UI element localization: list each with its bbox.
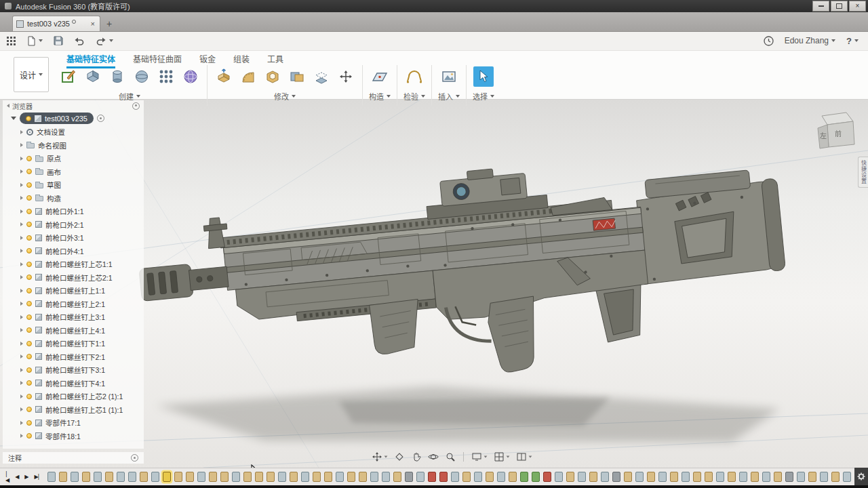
timeline-feature-47[interactable] bbox=[589, 472, 597, 482]
tab-close-icon[interactable]: × bbox=[90, 20, 96, 28]
extrude-button[interactable] bbox=[83, 66, 103, 87]
timeline-feature-35[interactable] bbox=[451, 472, 459, 482]
visibility-bulb-icon[interactable] bbox=[26, 248, 32, 253]
timeline-feature-19[interactable] bbox=[267, 472, 275, 482]
timeline-feature-3[interactable] bbox=[82, 472, 90, 482]
visibility-bulb-icon[interactable] bbox=[26, 274, 32, 280]
timeline-feature-36[interactable] bbox=[462, 472, 471, 482]
timeline-feature-42[interactable] bbox=[532, 472, 540, 482]
expand-arrow-icon[interactable] bbox=[20, 407, 23, 411]
expand-arrow-icon[interactable] bbox=[20, 249, 23, 253]
timeline-feature-58[interactable] bbox=[716, 472, 724, 482]
timeline-feature-33[interactable] bbox=[428, 472, 436, 482]
visibility-bulb-icon[interactable] bbox=[26, 433, 32, 439]
visibility-bulb-icon[interactable] bbox=[26, 169, 32, 174]
timeline-feature-26[interactable] bbox=[347, 472, 355, 482]
timeline-control-2[interactable]: ▶ bbox=[22, 472, 30, 481]
timeline-feature-45[interactable] bbox=[566, 472, 574, 482]
comments-options-icon[interactable] bbox=[131, 454, 138, 462]
timeline-feature-53[interactable] bbox=[658, 472, 667, 482]
timeline-feature-25[interactable] bbox=[336, 472, 344, 482]
visibility-bulb-icon[interactable] bbox=[26, 116, 31, 121]
timeline-control-3[interactable]: ▶| bbox=[32, 472, 41, 481]
expand-arrow-icon[interactable] bbox=[20, 368, 23, 372]
browser-item[interactable]: 原点 bbox=[3, 152, 144, 165]
expand-arrow-icon[interactable] bbox=[20, 302, 23, 306]
activate-component-icon[interactable] bbox=[97, 115, 104, 122]
timeline-feature-9[interactable] bbox=[151, 472, 159, 482]
browser-item[interactable]: 草图 bbox=[3, 178, 144, 192]
expand-arrow-icon[interactable] bbox=[20, 381, 23, 385]
timeline-feature-52[interactable] bbox=[647, 472, 655, 482]
browser-item[interactable]: 前枪口外2:1 bbox=[3, 218, 144, 232]
visibility-bulb-icon[interactable] bbox=[26, 182, 32, 188]
new-tab-button[interactable]: + bbox=[103, 17, 115, 30]
right-panel-tab[interactable]: 快捷设置 bbox=[858, 157, 868, 188]
browser-item[interactable]: 前枪口螺丝钉下2:1 bbox=[3, 350, 144, 364]
visibility-bulb-icon[interactable] bbox=[26, 341, 32, 346]
timeline-feature-7[interactable] bbox=[128, 472, 136, 482]
browser-item[interactable]: 前枪口螺丝钉上1:1 bbox=[3, 284, 144, 298]
timeline-feature-29[interactable] bbox=[382, 472, 390, 482]
visibility-bulb-icon[interactable] bbox=[26, 288, 32, 293]
timeline-feature-2[interactable] bbox=[71, 472, 79, 482]
timeline-feature-60[interactable] bbox=[739, 472, 747, 482]
browser-item[interactable]: 前枪口螺丝钉上芯1 (1):1 bbox=[3, 403, 144, 417]
expand-arrow-icon[interactable] bbox=[20, 183, 23, 187]
look-at-button[interactable] bbox=[394, 451, 405, 462]
timeline-feature-5[interactable] bbox=[105, 472, 113, 482]
timeline-feature-57[interactable] bbox=[705, 472, 713, 482]
browser-item[interactable]: 前枪口螺丝钉上芯2:1 bbox=[3, 271, 144, 285]
expand-arrow-icon[interactable] bbox=[20, 342, 23, 346]
select-button[interactable] bbox=[473, 66, 494, 87]
view-cube[interactable]: 前 左 bbox=[814, 104, 863, 152]
timeline-feature-63[interactable] bbox=[774, 472, 782, 482]
browser-item[interactable]: 零部件17:1 bbox=[3, 416, 144, 430]
file-menu-button[interactable] bbox=[26, 36, 43, 46]
group-label-inspect[interactable]: 检验 bbox=[403, 91, 425, 102]
timeline-feature-56[interactable] bbox=[693, 472, 701, 482]
expand-arrow-icon[interactable] bbox=[20, 354, 23, 359]
visibility-bulb-icon[interactable] bbox=[26, 420, 32, 426]
move-copy-button[interactable] bbox=[336, 66, 356, 87]
timeline-feature-4[interactable] bbox=[94, 472, 102, 482]
browser-item[interactable]: 零部件18:1 bbox=[3, 430, 144, 443]
timeline-feature-67[interactable] bbox=[820, 472, 828, 482]
timeline-feature-69[interactable] bbox=[843, 472, 851, 482]
browser-item[interactable]: 前枪口螺丝钉下4:1 bbox=[3, 377, 144, 390]
timeline-feature-49[interactable] bbox=[612, 472, 620, 482]
browser-root-pill[interactable]: test003 v235 bbox=[20, 113, 94, 124]
visibility-bulb-icon[interactable] bbox=[26, 314, 32, 320]
browser-item[interactable]: 命名视图 bbox=[3, 139, 144, 152]
press-pull-button[interactable] bbox=[214, 66, 234, 87]
timeline-feature-12[interactable] bbox=[186, 472, 194, 482]
offset-face-button[interactable] bbox=[311, 66, 332, 87]
timeline-feature-68[interactable] bbox=[831, 472, 840, 482]
expand-arrow-icon[interactable] bbox=[20, 328, 23, 332]
group-label-insert[interactable]: 插入 bbox=[438, 91, 460, 102]
timeline-feature-22[interactable] bbox=[301, 472, 309, 482]
undo-button[interactable] bbox=[74, 36, 85, 45]
combine-button[interactable] bbox=[287, 66, 307, 87]
timeline-feature-20[interactable] bbox=[278, 472, 286, 482]
visibility-bulb-icon[interactable] bbox=[26, 407, 32, 412]
timeline-feature-27[interactable] bbox=[359, 472, 367, 482]
pattern-button[interactable] bbox=[156, 66, 176, 87]
minimize-button[interactable] bbox=[812, 1, 829, 12]
group-label-create[interactable]: 创建 bbox=[119, 91, 140, 102]
create-form-button[interactable] bbox=[180, 66, 201, 87]
visibility-bulb-icon[interactable] bbox=[26, 327, 32, 333]
timeline-feature-8[interactable] bbox=[140, 472, 148, 482]
timeline-feature-6[interactable] bbox=[117, 472, 125, 482]
timeline-feature-0[interactable] bbox=[47, 472, 56, 482]
revolve-button[interactable] bbox=[107, 66, 127, 87]
job-status-button[interactable] bbox=[764, 36, 774, 46]
browser-item[interactable]: 前枪口外4:1 bbox=[3, 245, 144, 258]
zoom-button[interactable] bbox=[445, 451, 456, 462]
timeline-feature-13[interactable] bbox=[197, 472, 205, 482]
create-sketch-button[interactable] bbox=[58, 66, 79, 87]
timeline-feature-38[interactable] bbox=[486, 472, 494, 482]
timeline-feature-44[interactable] bbox=[555, 472, 563, 482]
group-label-select[interactable]: 选择 bbox=[473, 91, 494, 102]
expand-arrow-icon[interactable] bbox=[20, 143, 23, 147]
